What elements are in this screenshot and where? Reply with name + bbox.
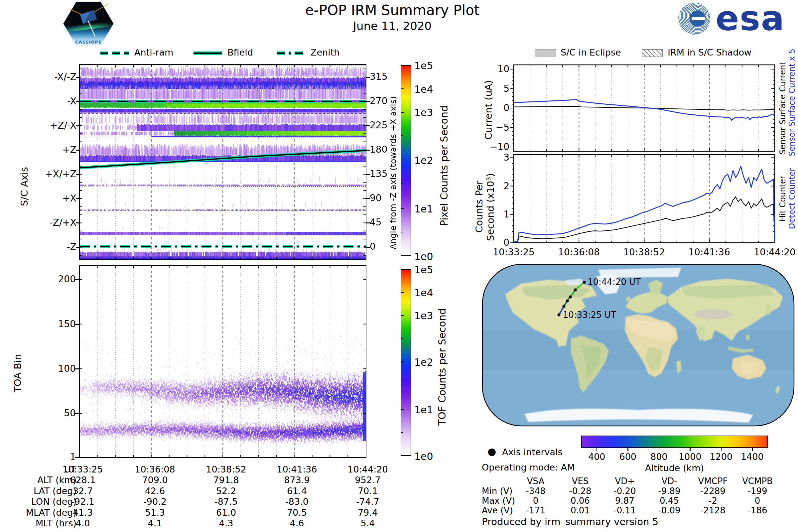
voltage-cell: -0.28 <box>558 486 602 496</box>
voltage-col-header: VD+ <box>603 476 646 486</box>
tick <box>401 361 404 362</box>
legend-item-shadow: IRM in S/C Shadow <box>642 47 752 58</box>
tof-counts-colorbar-label: TOF Counts per Second <box>436 299 448 425</box>
axis-intervals-dot-icon: ● <box>488 445 496 457</box>
voltage-col-header: VES <box>558 476 602 486</box>
voltage-cell: -0.20 <box>603 486 646 496</box>
toa-ytick-label: 200 <box>40 274 76 285</box>
voltage-cell: -0.09 <box>648 506 691 515</box>
tick <box>401 89 404 90</box>
tick <box>721 448 722 451</box>
ephemeris-cell: 70.1 <box>331 486 404 496</box>
tick <box>366 125 370 126</box>
page-date: June 11, 2020 <box>273 19 512 33</box>
sc-axis-plot-frame <box>79 64 366 260</box>
tick <box>366 198 370 199</box>
legend-item-label: S/C in Eclipse <box>560 47 621 58</box>
tick <box>401 232 403 232</box>
colorbar-tick-label: 1e2 <box>414 357 433 368</box>
ephemeris-cell: 32.7 <box>46 486 119 496</box>
legend-item-label: Zenith <box>310 47 340 58</box>
ephemeris-cell: 79.4 <box>331 507 404 518</box>
voltage-cell: 0.45 <box>648 496 691 506</box>
altitude-colorbar-label: Altitude (km) <box>581 463 768 473</box>
tick <box>75 279 79 280</box>
time-xtick-label: 10:36:08 <box>542 247 615 258</box>
angle-tick-label: 45 <box>370 217 382 228</box>
tof-counts-colorbar <box>401 269 411 456</box>
esa-logo-icon: esa <box>678 2 791 35</box>
tick <box>75 457 79 458</box>
voltage-row-label: Min (V) <box>482 486 512 496</box>
pixel-counts-colorbar <box>401 65 411 256</box>
ephemeris-cell: 4.3 <box>190 518 263 528</box>
time-xtick-label: 10:33:25 <box>477 247 550 258</box>
legend-item-label: Anti-ram <box>134 47 173 58</box>
angle-tick-label: 0 <box>370 241 376 252</box>
tick <box>75 368 79 369</box>
colorbar-tick-label: 1e1 <box>414 203 433 215</box>
counts-ytick-label: 1 <box>495 209 509 220</box>
colorbar-tick-label: 1e1 <box>414 404 433 416</box>
tick <box>401 208 404 209</box>
tick <box>401 338 403 339</box>
time-xtick-label: 10:44:20 <box>738 247 798 258</box>
legend-item-anti-ram: Anti-ram <box>100 47 173 58</box>
time-xtick-label: 10:38:52 <box>607 247 681 258</box>
current-plot <box>514 65 775 151</box>
dashed-line-icon <box>100 49 130 58</box>
colorbar-tick-label: 1e4 <box>414 287 433 299</box>
altitude-tick-label: 1400 <box>732 452 772 462</box>
toa-plot-frame <box>79 265 366 458</box>
ephemeris-cell: 42.6 <box>118 486 191 496</box>
counts-ylabel-1: Counts Per <box>474 166 485 233</box>
track-end-time-label: 10:44:20 UT <box>588 277 641 287</box>
toa-ytick-label: 150 <box>40 319 76 329</box>
current-ytick-label: 5 <box>479 83 509 94</box>
axis-intervals-label: Axis intervals <box>502 447 563 457</box>
angle-tick-label: 315 <box>370 71 387 82</box>
legend-item-bfield: Bfield <box>193 47 253 58</box>
sc-axis-ylabel: S/C Axis <box>19 120 30 206</box>
counts-ylabel-2: Second (x10³) <box>485 158 496 241</box>
tick <box>366 174 370 175</box>
counts-ytick-label: 2 <box>495 180 509 191</box>
tick <box>366 150 370 151</box>
cassiope-mission-patch-icon: CASSIOPE <box>62 1 115 46</box>
voltage-cell: -2289 <box>691 486 735 496</box>
ephemeris-cell: 709.0 <box>118 475 191 485</box>
voltage-row-label: Ave (V) <box>482 506 513 515</box>
colorbar-tick-label: 1e0 <box>414 251 433 262</box>
tick <box>401 432 403 433</box>
angle-tick-label: 225 <box>370 120 387 131</box>
voltage-cell: 9.87 <box>603 496 646 506</box>
colorbar-tick-label: 1e0 <box>414 451 433 462</box>
counts-right-label: Hit Counter <box>778 155 787 243</box>
sc-axis-category-6: +X <box>30 193 76 204</box>
legend-item-zenith: Zenith <box>276 47 340 58</box>
current-ytick-label: 0 <box>479 102 509 113</box>
counts-ytick-label: 3 <box>495 152 509 163</box>
voltage-col-header: VSA <box>514 476 557 486</box>
ephemeris-cell: 51.3 <box>118 507 191 518</box>
time-xtick-label: 10:41:36 <box>673 247 746 258</box>
track-start-time-label: 10:33:25 UT <box>563 310 616 320</box>
voltage-cell: -199 <box>736 486 779 496</box>
voltage-col-header: VMCPF <box>691 476 735 486</box>
toa-ytick-label: 100 <box>40 363 76 374</box>
voltage-cell: 0 <box>514 496 557 506</box>
tick <box>752 448 753 451</box>
ephemeris-cell: 10:38:52 <box>190 464 263 474</box>
dashdot-line-icon <box>276 49 306 58</box>
colorbar-tick-label: 1e3 <box>414 107 433 118</box>
voltage-cell: -186 <box>736 506 779 515</box>
esa-logo-text: esa <box>716 0 785 39</box>
sc-axis-category-8: -Z <box>30 241 76 252</box>
tick <box>401 112 404 113</box>
angle-tick-label: 90 <box>370 192 382 204</box>
current-ytick-label: −5 <box>479 122 509 133</box>
ephemeris-cell: 10:36:08 <box>118 464 191 474</box>
ephemeris-cell: 61.4 <box>260 486 334 496</box>
ephemeris-cell: 70.5 <box>260 507 334 518</box>
ephemeris-cell: 791.8 <box>190 475 263 485</box>
